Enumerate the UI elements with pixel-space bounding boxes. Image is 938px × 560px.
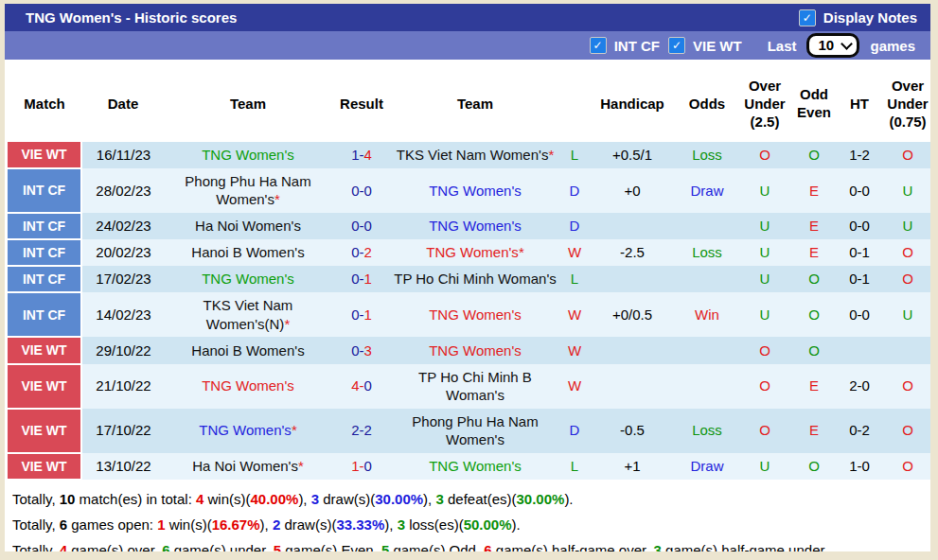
promoted-star: * [298,458,304,474]
last-games-select[interactable]: 10 [806,33,859,58]
wdl-cell: W [558,337,591,363]
home-score: 0 [351,183,359,199]
handicap-cell: +0/0.5 [591,292,674,337]
table-row: INT CF20/02/23Hanoi B Women's0-2TNG Wome… [8,239,930,266]
over-under-075-cell: O [880,142,930,168]
home-score: 0 [351,244,359,260]
over-under-075-cell [880,337,930,363]
odd-even-cell: E [789,409,839,453]
totals-segment: draw(s)( [319,491,375,507]
totals-segment: games open: [67,516,157,533]
away-score: 0 [364,458,372,474]
totals-segment: game(s) half-game over, [492,542,654,551]
away-team-name: TNG Women's [429,342,522,359]
over-under-075-cell: U [880,292,930,337]
wdl-cell: W [558,292,591,337]
wdl-cell: L [558,453,591,480]
odds-cell [674,337,740,363]
over-under-075-cell: O [880,266,930,292]
vie-wt-label: VIE WT [693,38,742,54]
int-cf-checkbox[interactable]: ✓ [590,37,607,54]
away-score: 1 [364,271,372,287]
totals-segment: 6 [60,516,67,533]
home-team-cell: TNG Women's [165,266,331,292]
odd-even-cell: E [789,213,839,239]
away-team-name: TP Ho Chi Minh Woman's [394,271,557,287]
column-header: Team [165,64,331,142]
result-cell: 2-2 [331,409,392,453]
column-header: Over Under (0.75) [880,64,930,142]
odd-even-cell: O [789,453,839,480]
table-row: VIE WT16/11/23TNG Women's1-4TKS Viet Nam… [8,142,930,168]
away-team-name: TNG Women's [426,244,519,260]
home-team-name: Ha Noi Women's [195,218,301,234]
table-body: VIE WT16/11/23TNG Women's1-4TKS Viet Nam… [8,142,930,479]
totals-segment: ), [423,491,435,507]
ht-cell: 1-0 [839,453,880,480]
match-badge: VIE WT [8,337,81,363]
away-team-cell: TNG Women's [392,453,558,480]
totals-section: Totally, 10 match(es) in total: 4 win(s)… [5,481,930,551]
home-score: 0 [351,271,359,287]
away-team-cell: Phong Phu Ha Nam Women's [392,409,558,453]
match-badge: INT CF [8,292,81,337]
table-row: VIE WT21/10/22TNG Women's4-0TP Ho Chi Mi… [8,364,930,409]
totals-segment: game(s) Even, [281,542,381,551]
away-team-name: TNG Women's [429,183,522,199]
totals-segment: Totally, [12,542,60,551]
totals-segment: Totally, [12,516,60,533]
away-team-cell: TNG Women's [392,168,558,213]
away-team-name: TKS Viet Nam Women's [397,147,549,163]
away-team-name: TP Ho Chi Minh B Woman's [418,369,532,404]
over-under-25-cell: O [740,409,789,453]
display-notes-checkbox[interactable]: ✓ [799,9,816,26]
home-score: 2 [351,422,359,438]
totals-segment: 10 [60,491,76,507]
odd-even-cell: O [789,292,839,337]
home-team-name: TNG Women's [199,422,292,438]
away-team-cell: TP Ho Chi Minh B Woman's [392,364,558,409]
ht-cell: 1-2 [839,142,880,168]
totals-line: Totally, 6 games open: 1 win(s)(16.67%),… [12,516,929,533]
column-header: Odd Even [789,64,839,142]
odds-cell: Loss [674,142,740,168]
date-cell: 20/02/23 [81,239,165,266]
ht-cell [839,337,880,363]
match-badge: INT CF [8,168,81,213]
table-row: INT CF28/02/23Phong Phu Ha Nam Women's*0… [8,168,930,213]
vie-wt-toggle: ✓ VIE WT [668,37,742,54]
column-header: Odds [674,64,740,142]
totals-segment: ). [512,516,521,533]
odds-cell: Win [674,292,740,337]
wdl-cell: L [558,142,591,168]
odds-cell: Loss [674,409,740,453]
totals-segment: 30.00% [375,491,423,507]
result-cell: 0-3 [331,337,392,363]
odds-cell [674,364,740,409]
totals-segment: 3 [398,516,405,533]
home-score: 1 [351,458,359,474]
match-badge: VIE WT [8,409,81,453]
handicap-cell [591,364,674,409]
totals-segment: win(s)( [166,516,212,533]
date-cell: 17/10/22 [81,409,165,453]
result-cell: 0-1 [331,292,392,337]
over-under-25-cell: U [740,239,789,266]
last-games-select-wrap: 10 [806,33,859,58]
table-row: VIE WT17/10/22TNG Women's*2-2Phong Phu H… [8,409,930,453]
promoted-star: * [548,147,554,163]
ht-cell: 0-0 [839,168,880,213]
away-score: 0 [364,218,372,234]
home-score: 1 [351,147,359,163]
table-row: INT CF14/02/23TKS Viet Nam Women's(N)*0-… [8,292,930,337]
promoted-star: * [284,316,290,332]
away-team-cell: TNG Women's [392,292,558,337]
home-team-name: Hanoi B Women's [191,342,304,359]
over-under-075-cell: O [880,409,930,453]
last-label: Last [768,38,797,54]
match-badge: INT CF [8,266,81,292]
over-under-075-cell: U [880,213,930,239]
odd-even-cell: O [789,337,839,363]
vie-wt-checkbox[interactable]: ✓ [668,37,685,54]
handicap-cell: -0.5 [591,409,674,453]
